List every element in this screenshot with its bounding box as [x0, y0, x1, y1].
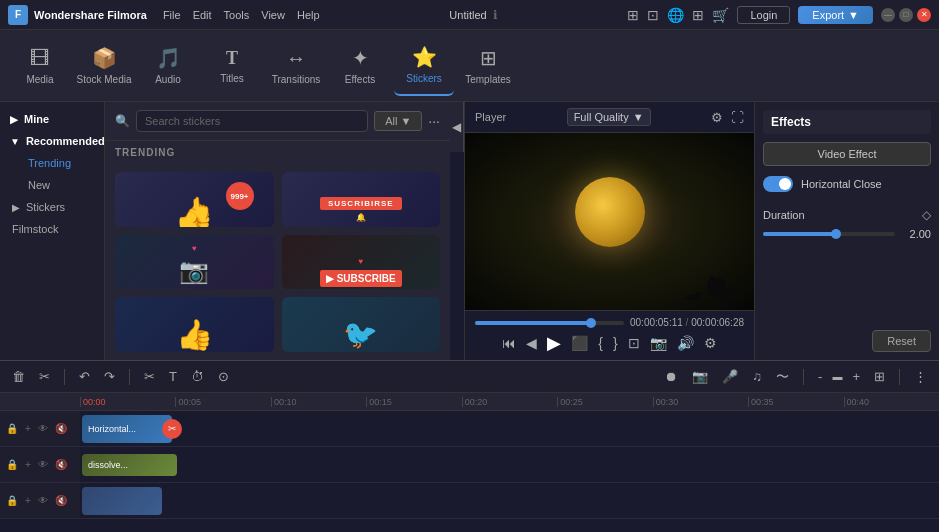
maximize-button[interactable]: □: [899, 8, 913, 22]
sticker-item-great4[interactable]: 999+ 👍 👆 ⬇ Great4: [115, 172, 274, 227]
tool-media[interactable]: 🎞 Media: [10, 36, 70, 96]
cart-icon: 🛒: [712, 7, 729, 23]
settings2-button[interactable]: ⚙: [704, 335, 717, 351]
track3-lock[interactable]: 🔒: [4, 494, 20, 507]
menu-tools[interactable]: Tools: [224, 9, 250, 21]
tool-titles[interactable]: T Titles: [202, 36, 262, 96]
login-button[interactable]: Login: [737, 6, 790, 24]
track2-lock[interactable]: 🔒: [4, 458, 20, 471]
progress-bar[interactable]: [475, 321, 624, 325]
tool-templates[interactable]: ⊞ Templates: [458, 36, 518, 96]
sticker-thumb-great4: 999+ 👍 👆 ⬇: [115, 172, 274, 227]
tool-stickers[interactable]: ⭐ Stickers: [394, 36, 454, 96]
sidebar-item-filmstock[interactable]: Filmstock: [0, 218, 104, 240]
timeline-snap-button[interactable]: ⊙: [214, 366, 233, 387]
audio-button[interactable]: 🔊: [677, 335, 694, 351]
timeline-tool2-button[interactable]: ✂: [35, 366, 54, 387]
sticker-thumb-youtube: ♥ ▶ SUBSCRIBE ⬇: [282, 235, 441, 290]
tool-effects[interactable]: ✦ Effects: [330, 36, 390, 96]
menu-help[interactable]: Help: [297, 9, 320, 21]
tl-divider3: [803, 369, 804, 385]
timeline-camera-button[interactable]: 📷: [688, 366, 712, 387]
close-button[interactable]: ✕: [917, 8, 931, 22]
tl-divider2: [129, 369, 130, 385]
video-effect-button[interactable]: Video Effect: [763, 142, 931, 166]
timeline-cut-button[interactable]: ✂: [140, 366, 159, 387]
toggle-switch[interactable]: [763, 176, 793, 192]
timeline-record-button[interactable]: ⏺: [661, 366, 682, 387]
sticker-item-social[interactable]: ♥ 📷 Instagram ⬇ Social Media Intro Eleme…: [115, 235, 274, 290]
track3-add[interactable]: +: [23, 494, 33, 507]
app-name: Wondershare Filmora: [34, 9, 147, 21]
menu-view[interactable]: View: [261, 9, 285, 21]
export-button[interactable]: Export ▼: [798, 6, 873, 24]
sticker-item-bird[interactable]: 🐦: [282, 297, 441, 352]
tool-transitions[interactable]: ↔ Transitions: [266, 36, 326, 96]
track3-eye[interactable]: 👁: [36, 494, 50, 507]
menu-edit[interactable]: Edit: [193, 9, 212, 21]
mark-in-button[interactable]: {: [598, 335, 603, 351]
camera-button[interactable]: 📷: [650, 335, 667, 351]
window-controls: — □ ✕: [881, 8, 931, 22]
project-title: Untitled: [449, 9, 486, 21]
player-settings-icon[interactable]: ⚙: [711, 110, 723, 125]
timeline-audio-btn[interactable]: ♫: [748, 366, 766, 387]
timeline-grid-button[interactable]: ⊞: [870, 366, 889, 387]
play-button[interactable]: ▶: [547, 332, 561, 354]
track-3-controls: 🔒 + 👁 🔇: [0, 483, 80, 518]
timeline-text-button[interactable]: T: [165, 366, 181, 387]
timeline-delete-button[interactable]: 🗑: [8, 366, 29, 387]
duration-slider[interactable]: [763, 232, 895, 236]
track-1-clip[interactable]: Horizontal...: [82, 415, 172, 443]
track-3: 🔒 + 👁 🔇: [0, 483, 939, 519]
menu-file[interactable]: File: [163, 9, 181, 21]
quality-selector[interactable]: Full Quality ▼: [567, 108, 651, 126]
track-2-clip[interactable]: dissolve...: [82, 454, 177, 476]
sidebar-recommended-section[interactable]: ▼ Recommended: [0, 130, 104, 152]
sticker-item-youtube[interactable]: ♥ ▶ SUBSCRIBE ⬇ YouTube Pack Element 01: [282, 235, 441, 290]
tool-audio[interactable]: 🎵 Audio: [138, 36, 198, 96]
duration-fill: [763, 232, 836, 236]
track1-add[interactable]: +: [23, 422, 33, 435]
sidebar-mine-section[interactable]: ▶ Mine: [0, 108, 104, 130]
sticker-thumb-social: ♥ 📷 Instagram ⬇: [115, 235, 274, 290]
sidebar-item-stickers[interactable]: ▶ Stickers: [0, 196, 104, 218]
stop-button[interactable]: ⬛: [571, 335, 588, 351]
frame-back-button[interactable]: ◀: [526, 335, 537, 351]
minimize-button[interactable]: —: [881, 8, 895, 22]
mark-out-button[interactable]: }: [613, 335, 618, 351]
effect-name: Horizontal Close: [801, 178, 882, 190]
zoom-out-button[interactable]: -: [814, 366, 826, 387]
filter-all-button[interactable]: All ▼: [374, 111, 422, 131]
skip-back-button[interactable]: ⏮: [502, 335, 516, 351]
zoom-slider[interactable]: ▬: [832, 371, 842, 382]
zoom-in-button[interactable]: +: [848, 366, 864, 387]
more-options-button[interactable]: ···: [428, 113, 440, 129]
reset-button[interactable]: Reset: [872, 330, 931, 352]
sticker-item-blue[interactable]: 👍: [115, 297, 274, 352]
screen-button[interactable]: ⊡: [628, 335, 640, 351]
timeline-more-button[interactable]: ⋮: [910, 366, 931, 387]
sticker-thumb-bird: 🐦: [282, 297, 441, 352]
tool-stock-media[interactable]: 📦 Stock Media: [74, 36, 134, 96]
timeline-mic-button[interactable]: 🎤: [718, 366, 742, 387]
track3-vol[interactable]: 🔇: [53, 494, 69, 507]
sticker-item-spanish[interactable]: SUSCRIBIRSE 🔔 ⬇ Spanish Social Media Ico…: [282, 172, 441, 227]
track1-vol[interactable]: 🔇: [53, 422, 69, 435]
track2-vol[interactable]: 🔇: [53, 458, 69, 471]
track2-eye[interactable]: 👁: [36, 458, 50, 471]
timeline-undo-button[interactable]: ↶: [75, 366, 94, 387]
track1-mute[interactable]: 👁: [36, 422, 50, 435]
search-input[interactable]: [136, 110, 368, 132]
track1-lock[interactable]: 🔒: [4, 422, 20, 435]
timeline-redo-button[interactable]: ↷: [100, 366, 119, 387]
track2-add[interactable]: +: [23, 458, 33, 471]
sidebar-item-new[interactable]: New: [0, 174, 104, 196]
arrow-left-icon: ◀: [452, 120, 461, 134]
sidebar-collapse-arrow[interactable]: ◀: [450, 102, 464, 152]
timeline-time-button[interactable]: ⏱: [187, 366, 208, 387]
sidebar-item-trending[interactable]: Trending: [0, 152, 104, 174]
player-fullscreen-icon[interactable]: ⛶: [731, 110, 744, 125]
timeline-motion-btn[interactable]: 〜: [772, 365, 793, 389]
track-3-clip[interactable]: [82, 487, 162, 515]
